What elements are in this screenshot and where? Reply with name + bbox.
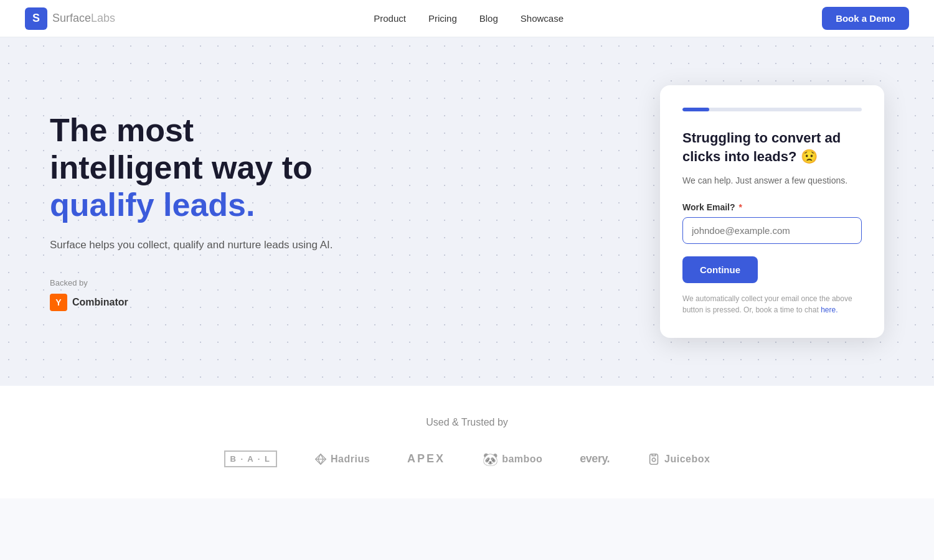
yc-name: Combinator [72,297,128,308]
logo-bal: B · A · L [224,450,277,467]
form-card: Struggling to convert ad clicks into lea… [660,85,884,338]
logo-name: SurfaceLabs [52,12,115,25]
logo-juicebox: Juicebox [647,452,710,466]
hero-subtitle: Surface helps you collect, qualify and n… [50,236,333,253]
form-progress-bar [682,108,862,111]
nav-showcase[interactable]: Showcase [521,13,564,24]
nav-blog[interactable]: Blog [479,13,498,24]
yc-badge: Y Combinator [50,294,333,311]
email-input[interactable] [682,217,862,244]
form-footer-link[interactable]: here. [821,306,837,314]
backed-label: Backed by [50,278,333,287]
svg-point-1 [652,458,656,462]
hero-headline: The most intelligent way to qualify lead… [50,112,333,223]
required-marker: * [738,202,742,212]
form-description: We can help. Just answer a few questions… [682,174,862,187]
trusted-title: Used & Trusted by [50,417,884,428]
logo-bamboo: 🐼 bamboo [483,452,542,467]
nav-links: Product Pricing Blog Showcase [374,13,564,24]
juicebox-icon [647,452,661,466]
form-title: Struggling to convert ad clicks into lea… [682,129,862,166]
form-progress-fill [682,108,709,111]
logo[interactable]: S SurfaceLabs [25,7,115,30]
nav-product[interactable]: Product [374,13,406,24]
continue-button[interactable]: Continue [682,256,758,283]
form-emoji: 😟 [801,149,818,164]
hero-content: The most intelligent way to qualify lead… [50,112,333,311]
nav-pricing[interactable]: Pricing [428,13,457,24]
backed-by: Backed by Y Combinator [50,278,333,311]
logo-icon: S [25,7,47,30]
logos-row: B · A · L Hadrius APEX 🐼 bamboo every. [50,450,884,467]
trusted-section: Used & Trusted by B · A · L Hadrius APEX… [0,386,934,498]
form-footer: We automatically collect your email once… [682,293,862,315]
hadrius-icon [314,453,327,465]
yc-icon: Y [50,294,67,311]
logo-every: every. [580,452,610,465]
book-demo-button[interactable]: Book a Demo [822,7,909,30]
logo-hadrius: Hadrius [314,453,370,465]
bamboo-icon: 🐼 [483,452,498,467]
hero-section: The most intelligent way to qualify lead… [0,37,934,386]
email-label: Work Email? * [682,202,862,212]
navbar: S SurfaceLabs Product Pricing Blog Showc… [0,0,934,37]
hero-highlight: qualify leads. [50,187,255,223]
logo-apex: APEX [407,452,445,465]
